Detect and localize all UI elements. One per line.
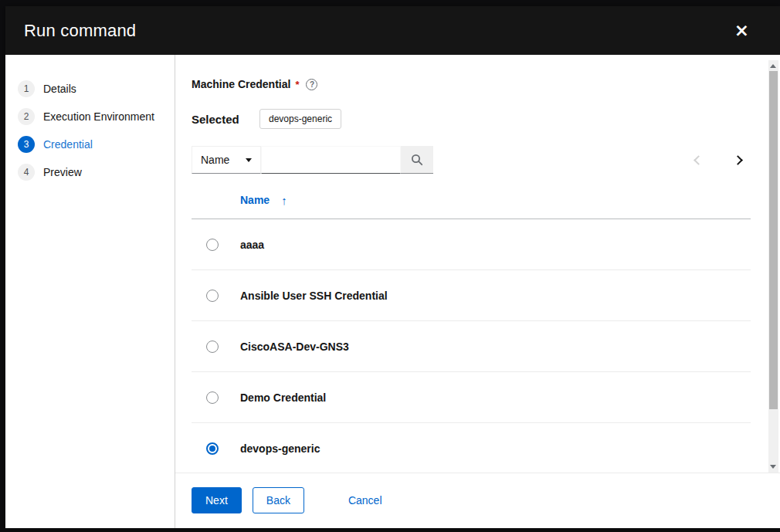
step-number-badge: 3: [18, 136, 35, 153]
table-row[interactable]: CiscoASA-Dev-GNS3: [192, 321, 751, 372]
field-label: Machine Credential: [192, 78, 290, 90]
search-input[interactable]: [261, 146, 401, 174]
table-rows: aaaa Ansible User SSH Credential CiscoAS…: [192, 219, 751, 473]
search-toolbar: Name: [192, 146, 751, 174]
next-page-button[interactable]: [731, 154, 744, 167]
step-label: Credential: [43, 138, 93, 151]
credentials-table: Name ↑ aaaa Ansibl: [192, 194, 751, 473]
chevron-down-icon: [246, 158, 252, 162]
step-label: Execution Environment: [43, 110, 154, 123]
scrollbar-thumb[interactable]: [769, 71, 778, 409]
chevron-left-icon: [694, 155, 704, 165]
row-radio-button[interactable]: [206, 341, 219, 353]
row-radio-button[interactable]: [206, 290, 219, 302]
step-label: Preview: [43, 166, 82, 178]
step-number-badge: 1: [18, 80, 35, 97]
selected-row: Selected devops-generic: [192, 109, 751, 129]
row-radio-button[interactable]: [206, 442, 219, 455]
required-asterisk: *: [295, 79, 299, 90]
chevron-right-icon: [733, 155, 743, 165]
table-row[interactable]: Ansible User SSH Credential: [192, 270, 751, 321]
help-icon[interactable]: ?: [306, 79, 317, 90]
credential-name: Ansible User SSH Credential: [240, 290, 388, 302]
wizard-main: Machine Credential * ? Selected devops-g…: [175, 55, 780, 528]
credential-name: CiscoASA-Dev-GNS3: [240, 341, 349, 353]
scroll-down-icon[interactable]: [770, 465, 776, 469]
scroll-up-icon[interactable]: [770, 64, 776, 68]
cancel-button[interactable]: Cancel: [348, 494, 382, 507]
search-button[interactable]: [401, 146, 433, 174]
modal-body: 1 Details 2 Execution Environment 3 Cred…: [5, 55, 780, 528]
previous-page-button[interactable]: [692, 154, 705, 167]
name-column-header[interactable]: Name ↑: [192, 194, 751, 219]
filter-key-value: Name: [201, 154, 229, 166]
row-radio-button[interactable]: [206, 239, 219, 251]
table-row[interactable]: aaaa: [192, 219, 751, 270]
step-number-badge: 4: [18, 164, 35, 181]
step-label: Details: [43, 83, 76, 95]
table-row[interactable]: devops-generic: [192, 423, 751, 473]
row-radio-button[interactable]: [206, 391, 219, 404]
back-button[interactable]: Back: [253, 487, 304, 513]
close-icon[interactable]: ×: [734, 22, 749, 39]
vertical-scrollbar[interactable]: [768, 60, 778, 473]
selected-label: Selected: [192, 113, 259, 126]
credential-name: Demo Credential: [240, 391, 326, 404]
wizard-step[interactable]: 1 Details: [18, 75, 162, 103]
filter-key-select[interactable]: Name: [192, 146, 261, 174]
step-number-badge: 2: [18, 108, 35, 125]
run-command-modal: Run command × 1 Details 2 Execution Envi…: [5, 6, 780, 528]
credential-step-content: Machine Credential * ? Selected devops-g…: [175, 55, 780, 473]
wizard-footer: Next Back Cancel: [175, 473, 780, 527]
search-icon: [411, 154, 423, 166]
sort-ascending-icon: ↑: [281, 195, 287, 206]
modal-header: Run command ×: [5, 6, 780, 55]
wizard-step[interactable]: 2 Execution Environment: [18, 103, 162, 130]
table-row[interactable]: Demo Credential: [192, 372, 751, 423]
next-button[interactable]: Next: [192, 487, 242, 513]
wizard-nav: 1 Details 2 Execution Environment 3 Cred…: [5, 55, 175, 528]
modal-title: Run command: [24, 21, 136, 41]
selected-credential-chip: devops-generic: [259, 109, 341, 129]
field-label-row: Machine Credential * ?: [192, 78, 751, 90]
wizard-step[interactable]: 3 Credential: [18, 130, 162, 158]
wizard-step[interactable]: 4 Preview: [18, 158, 162, 186]
credential-name: aaaa: [240, 239, 264, 251]
pagination: [692, 154, 744, 167]
column-header-label: Name: [240, 194, 270, 206]
credential-name: devops-generic: [240, 442, 320, 455]
